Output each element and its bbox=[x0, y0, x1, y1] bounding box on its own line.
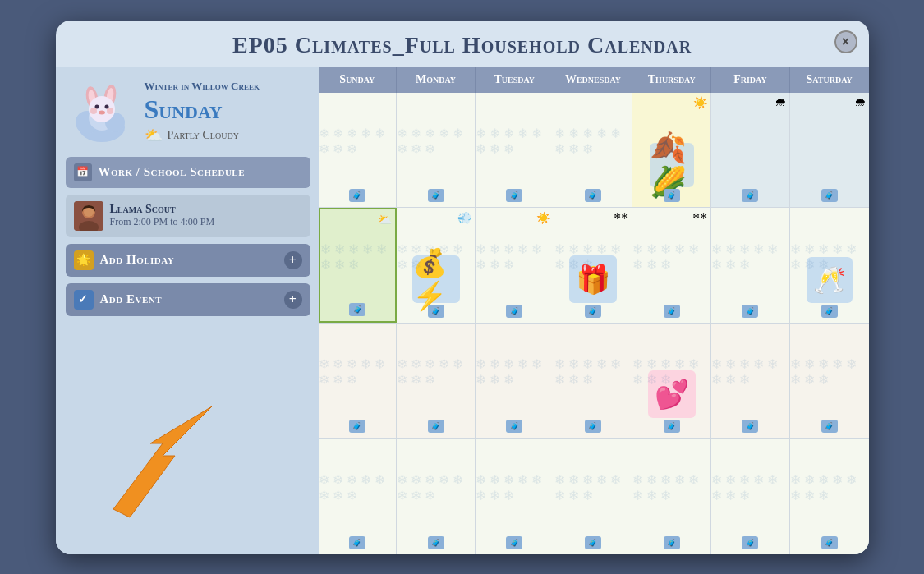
cell-r2-mon[interactable]: 💨 ❄ ❄ ❄ ❄ ❄ ❄ ❄ ❄ 💰⚡ 🧳 bbox=[397, 208, 476, 323]
cell-icon: 🧳 bbox=[742, 189, 758, 202]
cell-r1-sun[interactable]: ❄ ❄ ❄ ❄ ❄ ❄ ❄ ❄ 🧳 bbox=[319, 93, 398, 208]
cell-icon: 🧳 bbox=[428, 536, 444, 549]
weather-fri-r1: 🌧 bbox=[775, 96, 786, 109]
sidebar: Winter in Willow Creek Sunday ⛅ Partly C… bbox=[56, 67, 319, 554]
weather-sat-r1: 🌧 bbox=[854, 96, 866, 109]
cell-icon: 🧳 bbox=[664, 305, 680, 318]
weather-tue-r2: ☀️ bbox=[536, 211, 550, 225]
cell-icon: 🧳 bbox=[349, 189, 365, 202]
cell-r1-mon[interactable]: ❄ ❄ ❄ ❄ ❄ ❄ ❄ ❄ 🧳 bbox=[397, 93, 476, 208]
cell-icon: 🧳 bbox=[585, 536, 601, 549]
cell-icon: 🧳 bbox=[742, 305, 758, 318]
cell-icon: 🧳 bbox=[821, 420, 838, 433]
cell-icon: 🧳 bbox=[506, 536, 522, 549]
weather-row: ⛅ Partly Cloudy bbox=[145, 126, 260, 145]
sidebar-top: Winter in Willow Creek Sunday ⛅ Partly C… bbox=[66, 75, 310, 150]
add-event-plus[interactable]: + bbox=[284, 291, 302, 309]
cell-r1-sat[interactable]: 🌧 🧳 bbox=[790, 93, 869, 208]
cell-r2-tue[interactable]: ☀️ ❄ ❄ ❄ ❄ ❄ ❄ ❄ ❄ 🧳 bbox=[476, 208, 554, 323]
schedule-header: 📅 Work / School Schedule bbox=[66, 157, 310, 188]
add-event-button[interactable]: ✓ Add Event + bbox=[66, 283, 310, 316]
cell-r4-sat[interactable]: ❄ ❄ ❄ ❄ ❄ ❄ ❄ ❄ 🧳 bbox=[790, 439, 869, 554]
header-sunday: Sunday bbox=[319, 67, 398, 93]
cell-r1-fri[interactable]: 🌧 🧳 bbox=[711, 93, 790, 208]
calendar-header: Sunday Monday Tuesday Wednesday Thursday… bbox=[319, 67, 869, 93]
header-saturday: Saturday bbox=[790, 67, 869, 93]
cell-r4-wed[interactable]: ❄ ❄ ❄ ❄ ❄ ❄ ❄ ❄ 🧳 bbox=[554, 439, 633, 554]
cell-r2-sun[interactable]: ⛅ ❄ ❄ ❄ ❄ ❄ ❄ ❄ ❄ 🧳 bbox=[319, 208, 398, 323]
person-name: Llama Scout bbox=[110, 203, 215, 216]
add-holiday-plus[interactable]: + bbox=[284, 251, 302, 269]
person-time: From 2:00 PM to 4:00 PM bbox=[110, 216, 215, 228]
cell-r1-wed[interactable]: ❄ ❄ ❄ ❄ ❄ ❄ ❄ ❄ 🧳 bbox=[554, 93, 633, 208]
cell-icon: 🧳 bbox=[821, 189, 838, 202]
cell-icon: 🧳 bbox=[506, 189, 522, 202]
svg-point-11 bbox=[99, 110, 105, 114]
cell-icon: 🧳 bbox=[585, 305, 601, 318]
header-friday: Friday bbox=[711, 67, 790, 93]
day-text: Sunday bbox=[145, 94, 260, 125]
cell-r3-thu[interactable]: ❄ ❄ ❄ ❄ ❄ ❄ ❄ ❄ 💕 🧳 bbox=[632, 324, 711, 439]
cell-r4-tue[interactable]: ❄ ❄ ❄ ❄ ❄ ❄ ❄ ❄ 🧳 bbox=[476, 439, 554, 554]
event-cornucopia: 🍂🌽 bbox=[650, 143, 694, 187]
header-monday: Monday bbox=[397, 67, 476, 93]
header-wednesday: Wednesday bbox=[554, 67, 633, 93]
event-icon: ✓ bbox=[74, 290, 94, 310]
calendar-row-4: ❄ ❄ ❄ ❄ ❄ ❄ ❄ ❄ 🧳 ❄ ❄ ❄ ❄ ❄ ❄ ❄ ❄ 🧳 ❄ ❄ … bbox=[319, 439, 869, 554]
weather-label: Partly Cloudy bbox=[168, 129, 239, 142]
cell-r4-mon[interactable]: ❄ ❄ ❄ ❄ ❄ ❄ ❄ ❄ 🧳 bbox=[397, 439, 476, 554]
cell-icon: 🧳 bbox=[506, 420, 522, 433]
cell-r2-wed[interactable]: ❄❄ ❄ ❄ ❄ ❄ ❄ ❄ ❄ ❄ 🎁 🧳 bbox=[554, 208, 633, 323]
sidebar-info: Winter in Willow Creek Sunday ⛅ Partly C… bbox=[145, 80, 260, 145]
calendar-body: ❄ ❄ ❄ ❄ ❄ ❄ ❄ ❄ 🧳 ❄ ❄ ❄ ❄ ❄ ❄ ❄ ❄ 🧳 ❄ ❄ … bbox=[319, 93, 869, 554]
cell-r4-thu[interactable]: ❄ ❄ ❄ ❄ ❄ ❄ ❄ ❄ 🧳 bbox=[632, 439, 711, 554]
cell-r1-thu[interactable]: ☀️ 🍂🌽 🧳 bbox=[632, 93, 711, 208]
add-event-label: Add Event bbox=[100, 292, 163, 306]
cell-icon: 🧳 bbox=[349, 303, 365, 316]
cell-icon: 🧳 bbox=[664, 420, 680, 433]
weather-icon: ⛅ bbox=[145, 126, 163, 145]
cell-icon: 🧳 bbox=[821, 305, 838, 318]
cell-icon: 🧳 bbox=[821, 536, 838, 549]
location-text: Winter in Willow Creek bbox=[145, 80, 260, 93]
cell-icon: 🧳 bbox=[664, 189, 680, 202]
event-spinning-coin: 💰⚡ bbox=[412, 255, 460, 303]
cell-r3-fri[interactable]: ❄ ❄ ❄ ❄ ❄ ❄ ❄ ❄ 🧳 bbox=[711, 324, 790, 439]
cell-icon: 🧳 bbox=[585, 420, 601, 433]
event-gift: 🎁 bbox=[569, 255, 617, 303]
cell-r2-thu[interactable]: ❄❄ ❄ ❄ ❄ ❄ ❄ ❄ ❄ ❄ 🧳 bbox=[632, 208, 711, 323]
cell-r3-sat[interactable]: ❄ ❄ ❄ ❄ ❄ ❄ ❄ ❄ 🧳 bbox=[790, 324, 869, 439]
calendar-row-1: ❄ ❄ ❄ ❄ ❄ ❄ ❄ ❄ 🧳 ❄ ❄ ❄ ❄ ❄ ❄ ❄ ❄ 🧳 ❄ ❄ … bbox=[319, 93, 869, 209]
cell-r2-sat[interactable]: ❄ ❄ ❄ ❄ ❄ ❄ ❄ ❄ 🥂 🧳 bbox=[790, 208, 869, 323]
weather-mon-r2: 💨 bbox=[457, 211, 471, 225]
main-modal: EP05 Climates_Full Household Calendar × bbox=[56, 21, 869, 554]
weather-thu-r1: ☀️ bbox=[693, 96, 707, 110]
avatar bbox=[74, 201, 103, 231]
cell-r4-fri[interactable]: ❄ ❄ ❄ ❄ ❄ ❄ ❄ ❄ 🧳 bbox=[711, 439, 790, 554]
event-champagne: 🥂 bbox=[807, 257, 853, 303]
calendar-area: Sunday Monday Tuesday Wednesday Thursday… bbox=[319, 67, 869, 554]
cell-r2-fri[interactable]: ❄ ❄ ❄ ❄ ❄ ❄ ❄ ❄ 🧳 bbox=[711, 208, 790, 323]
cell-r3-sun[interactable]: ❄ ❄ ❄ ❄ ❄ ❄ ❄ ❄ 🧳 bbox=[319, 324, 398, 439]
cell-r3-mon[interactable]: ❄ ❄ ❄ ❄ ❄ ❄ ❄ ❄ 🧳 bbox=[397, 324, 476, 439]
cell-icon: 🧳 bbox=[349, 536, 365, 549]
svg-point-12 bbox=[90, 108, 97, 114]
header-tuesday: Tuesday bbox=[476, 67, 554, 93]
calendar-row-3: ❄ ❄ ❄ ❄ ❄ ❄ ❄ ❄ 🧳 ❄ ❄ ❄ ❄ ❄ ❄ ❄ ❄ 🧳 ❄ ❄ … bbox=[319, 324, 869, 439]
weather-thu-r2: ❄❄ bbox=[692, 211, 707, 222]
svg-point-13 bbox=[107, 108, 113, 114]
add-holiday-button[interactable]: 🌟 Add Holiday + bbox=[66, 244, 310, 277]
modal-title: EP05 Climates_Full Household Calendar bbox=[56, 21, 869, 67]
schedule-label: Work / School Schedule bbox=[99, 165, 246, 179]
cell-r3-wed[interactable]: ❄ ❄ ❄ ❄ ❄ ❄ ❄ ❄ 🧳 bbox=[554, 324, 633, 439]
bunny-icon bbox=[69, 80, 135, 145]
header-thursday: Thursday bbox=[632, 67, 711, 93]
add-holiday-label: Add Holiday bbox=[100, 253, 175, 267]
cell-r3-tue[interactable]: ❄ ❄ ❄ ❄ ❄ ❄ ❄ ❄ 🧳 bbox=[476, 324, 554, 439]
cell-icon: 🧳 bbox=[428, 189, 444, 202]
cell-icon: 🧳 bbox=[506, 305, 522, 318]
holiday-icon: 🌟 bbox=[74, 250, 94, 270]
cell-r1-tue[interactable]: ❄ ❄ ❄ ❄ ❄ ❄ ❄ ❄ 🧳 bbox=[476, 93, 554, 208]
cell-r4-sun[interactable]: ❄ ❄ ❄ ❄ ❄ ❄ ❄ ❄ 🧳 bbox=[319, 439, 398, 554]
close-button[interactable]: × bbox=[834, 30, 857, 53]
